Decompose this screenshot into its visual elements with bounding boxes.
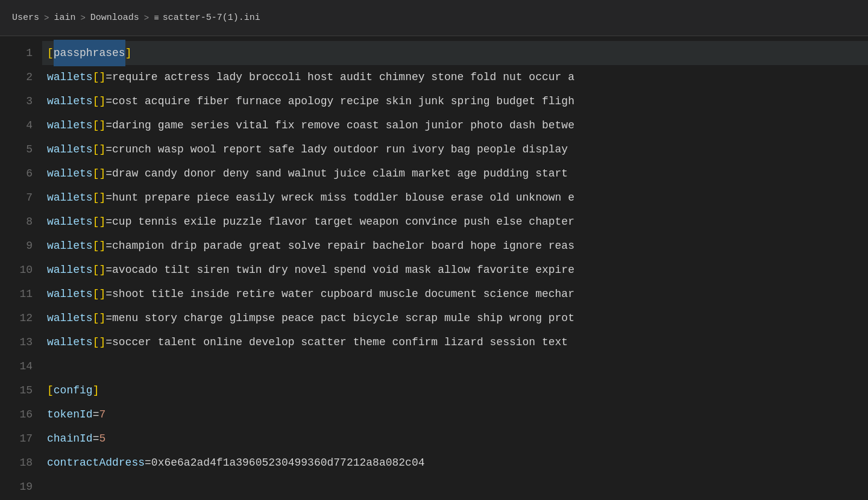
- tokenid-value: 7: [99, 402, 105, 427]
- ln-18: 18: [0, 451, 33, 475]
- code-area[interactable]: 1 2 3 4 5 6 7 8 9 10 11 12 13 14 15 16 1…: [0, 36, 868, 500]
- selected-text-1: passphrases: [54, 40, 125, 66]
- sep2: >: [80, 13, 85, 23]
- titlebar: Users > iain > Downloads > ≡ scatter-5-7…: [0, 0, 868, 36]
- ln-7: 7: [0, 186, 33, 210]
- breadcrumb-users[interactable]: Users: [12, 13, 39, 23]
- ln-3: 3: [0, 89, 33, 113]
- code-line-12: wallets[]=menu story charge glimpse peac…: [42, 306, 868, 330]
- ln-5: 5: [0, 137, 33, 161]
- code-line-5: wallets[]=crunch wasp wool report safe l…: [42, 137, 868, 161]
- code-line-16: tokenId=7: [42, 402, 868, 427]
- ln-4: 4: [0, 113, 33, 137]
- code-content[interactable]: [passphrases] wallets[]=require actress …: [42, 36, 868, 500]
- code-line-7: wallets[]=hunt prepare piece easily wrec…: [42, 186, 868, 210]
- code-line-4: wallets[]=daring game series vital fix r…: [42, 113, 868, 137]
- bracket-close-1: ]: [125, 41, 132, 65]
- filename: scatter-5-7(1).ini: [163, 13, 260, 23]
- code-line-8: wallets[]=cup tennis exile puzzle flavor…: [42, 210, 868, 234]
- chainid-value: 5: [99, 427, 105, 451]
- ln-2: 2: [0, 65, 33, 89]
- editor-container: 1 2 3 4 5 6 7 8 9 10 11 12 13 14 15 16 1…: [0, 36, 868, 500]
- sep1: >: [44, 13, 49, 23]
- sep3: >: [144, 13, 149, 23]
- bracket-open-15: [: [47, 378, 54, 402]
- code-line-17: chainId=5: [42, 427, 868, 451]
- chainid-key: chainId: [47, 427, 93, 451]
- code-line-15: [config]: [42, 378, 868, 402]
- ln-10: 10: [0, 258, 33, 282]
- contractaddress-value: 0x6e6a2ad4f1a39605230499360d77212a8a082c…: [151, 451, 425, 475]
- ln-1: 1: [0, 41, 33, 65]
- line-numbers: 1 2 3 4 5 6 7 8 9 10 11 12 13 14 15 16 1…: [0, 36, 42, 500]
- ln-12: 12: [0, 306, 33, 330]
- ln-11: 11: [0, 282, 33, 306]
- code-line-13: wallets[]=soccer talent online develop s…: [42, 330, 868, 354]
- code-line-10: wallets[]=avocado tilt siren twin dry no…: [42, 258, 868, 282]
- bracket-open-1: [: [47, 41, 54, 65]
- code-line-3: wallets[]=cost acquire fiber furnace apo…: [42, 89, 868, 113]
- ln-16: 16: [0, 402, 33, 427]
- code-line-9: wallets[]=champion drip parade great sol…: [42, 234, 868, 258]
- file-icon: ≡: [154, 13, 159, 23]
- ln-15: 15: [0, 378, 33, 402]
- ln-19: 19: [0, 475, 33, 499]
- ln-6: 6: [0, 161, 33, 186]
- config-section-text: config: [54, 378, 93, 402]
- ln-8: 8: [0, 210, 33, 234]
- ln-9: 9: [0, 234, 33, 258]
- code-line-14: [42, 354, 868, 378]
- code-line-18: contractAddress=0x6e6a2ad4f1a39605230499…: [42, 451, 868, 475]
- breadcrumb-downloads[interactable]: Downloads: [90, 13, 139, 23]
- code-line-6: wallets[]=draw candy donor deny sand wal…: [42, 161, 868, 186]
- tokenid-key: tokenId: [47, 402, 93, 427]
- ln-14: 14: [0, 354, 33, 378]
- breadcrumb-iain[interactable]: iain: [54, 13, 75, 23]
- code-line-2: wallets[]=require actress lady broccoli …: [42, 65, 868, 89]
- code-line-1: [passphrases]: [42, 41, 868, 65]
- contractaddress-key: contractAddress: [47, 451, 145, 475]
- ln-13: 13: [0, 330, 33, 354]
- bracket-close-15: ]: [93, 378, 99, 402]
- breadcrumb-file: ≡ scatter-5-7(1).ini: [154, 13, 260, 23]
- breadcrumb: Users > iain > Downloads > ≡ scatter-5-7…: [12, 13, 260, 23]
- code-line-11: wallets[]=shoot title inside retire wate…: [42, 282, 868, 306]
- ln-17: 17: [0, 427, 33, 451]
- code-line-19: [42, 475, 868, 499]
